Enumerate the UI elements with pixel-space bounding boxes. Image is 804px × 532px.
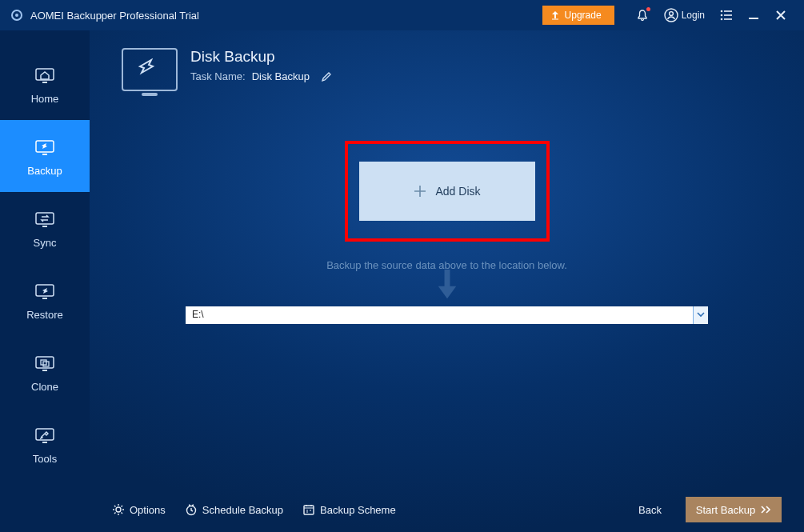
schedule-backup-button[interactable]: Schedule Backup: [185, 503, 283, 516]
minimize-button[interactable]: [740, 0, 767, 30]
svg-rect-12: [36, 69, 54, 80]
svg-point-4: [669, 12, 673, 16]
svg-rect-13: [42, 82, 47, 83]
svg-point-27: [116, 507, 121, 512]
close-icon: [775, 10, 786, 21]
notification-button[interactable]: [629, 0, 656, 30]
svg-rect-19: [42, 298, 47, 299]
sidebar-item-label: Sync: [34, 237, 57, 249]
svg-rect-24: [36, 429, 54, 440]
task-name-value: Disk Backup: [252, 70, 310, 82]
disk-backup-badge-icon: [122, 48, 178, 91]
scheme-label: Backup Scheme: [320, 504, 396, 516]
task-name-label: Task Name:: [190, 70, 246, 82]
restore-icon: [34, 280, 56, 302]
svg-rect-25: [42, 442, 47, 443]
sidebar-item-tools[interactable]: Tools: [0, 408, 90, 480]
backup-scheme-button[interactable]: Backup Scheme: [302, 503, 396, 516]
chevron-right-double-icon: [760, 506, 771, 514]
upgrade-label: Upgrade: [565, 10, 602, 21]
login-button[interactable]: Login: [664, 8, 705, 22]
notification-dot-icon: [646, 7, 650, 11]
menu-icon: [720, 10, 733, 21]
plus-icon: [413, 184, 427, 198]
sidebar-item-label: Home: [31, 93, 59, 105]
svg-rect-23: [42, 370, 47, 371]
options-button[interactable]: Options: [112, 503, 166, 516]
svg-rect-11: [749, 18, 758, 19]
start-backup-label: Start Backup: [696, 504, 755, 516]
svg-rect-8: [724, 14, 732, 16]
add-disk-highlight-frame: Add Disk: [345, 141, 550, 242]
close-button[interactable]: [767, 0, 794, 30]
main-panel: Disk Backup Task Name: Disk Backup Add D…: [90, 30, 804, 532]
add-disk-label: Add Disk: [435, 185, 480, 198]
backup-icon: [34, 136, 56, 158]
destination-dropdown-button[interactable]: [694, 306, 708, 324]
start-backup-button[interactable]: Start Backup: [686, 497, 782, 522]
svg-rect-10: [724, 18, 732, 20]
destination-value[interactable]: E:\: [186, 306, 694, 324]
user-icon: [664, 8, 678, 22]
sidebar-item-label: Tools: [33, 453, 57, 465]
svg-point-1: [15, 14, 18, 17]
edit-task-name-button[interactable]: [321, 71, 332, 82]
sidebar-item-restore[interactable]: Restore: [0, 264, 90, 336]
sidebar-item-sync[interactable]: Sync: [0, 192, 90, 264]
sidebar-item-label: Clone: [31, 381, 58, 393]
sidebar-item-label: Backup: [27, 165, 62, 177]
arrow-down-icon: [437, 274, 458, 295]
sidebar-item-home[interactable]: Home: [0, 48, 90, 120]
svg-rect-15: [42, 154, 47, 155]
clone-icon: [34, 352, 56, 374]
add-disk-button[interactable]: Add Disk: [359, 162, 535, 221]
clock-icon: [185, 503, 198, 516]
svg-rect-2: [552, 19, 558, 20]
app-logo-icon: [10, 8, 24, 22]
page-title: Disk Backup: [190, 48, 332, 66]
destination-field[interactable]: E:\: [186, 306, 708, 324]
options-label: Options: [130, 504, 166, 516]
svg-point-7: [721, 14, 723, 17]
svg-rect-17: [42, 226, 47, 227]
back-button[interactable]: Back: [638, 504, 662, 516]
sidebar-item-label: Restore: [26, 309, 63, 321]
page-header: Disk Backup Task Name: Disk Backup: [122, 48, 772, 91]
sidebar-item-backup[interactable]: Backup: [0, 120, 90, 192]
sync-icon: [34, 208, 56, 230]
calendar-icon: [302, 503, 315, 516]
upgrade-button[interactable]: Upgrade: [542, 6, 614, 25]
tools-icon: [34, 424, 56, 446]
sidebar-item-clone[interactable]: Clone: [0, 336, 90, 408]
gear-icon: [112, 503, 125, 516]
svg-point-9: [721, 18, 723, 21]
menu-button[interactable]: [713, 0, 740, 30]
app-title: AOMEI Backupper Professional Trial: [30, 10, 199, 22]
chevron-down-icon: [697, 312, 705, 318]
upgrade-icon: [550, 10, 560, 20]
login-label: Login: [682, 10, 705, 21]
schedule-label: Schedule Backup: [202, 504, 283, 516]
svg-rect-26: [444, 270, 450, 288]
svg-point-5: [721, 10, 723, 13]
minimize-icon: [748, 10, 759, 21]
svg-rect-29: [304, 506, 314, 514]
home-icon: [34, 64, 56, 86]
svg-rect-16: [36, 213, 54, 224]
pencil-icon: [321, 71, 332, 82]
footer-bar: Options Schedule Backup Backup Scheme Ba…: [90, 487, 804, 532]
titlebar: AOMEI Backupper Professional Trial Upgra…: [0, 0, 804, 30]
svg-rect-6: [724, 10, 732, 12]
sidebar: Home Backup Sync Restore Clone: [0, 30, 90, 532]
